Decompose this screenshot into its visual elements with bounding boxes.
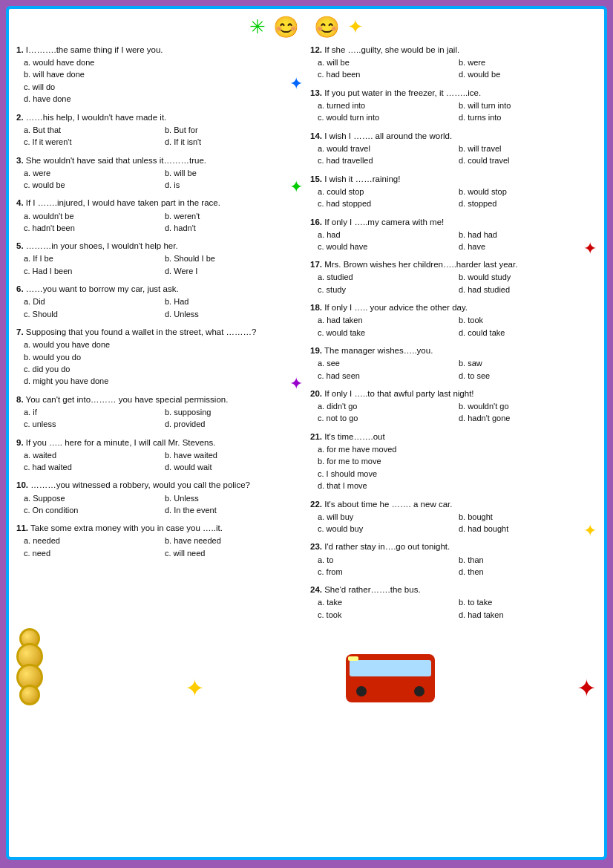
question-text: 16. If only I …..my camera with me!	[310, 216, 597, 228]
option-c: c. would be	[24, 180, 162, 191]
question-text-row: 9. If you ….. here for a minute, I will …	[16, 437, 303, 448]
question-text: 2. ……his help, I wouldn't have made it.	[16, 111, 303, 123]
option-d: d. provided	[165, 419, 303, 430]
question-text: 20. If only I …..to that awful party las…	[310, 388, 597, 399]
question-text-row: 14. I wish I ……. all around the world.	[310, 130, 597, 142]
option-c: c. will do	[24, 82, 303, 93]
question-text: 21. It's time…….out	[310, 431, 597, 443]
question-options: a. will buyb. boughtc. would buyd. had b…	[310, 512, 597, 535]
option-d: d. have	[459, 241, 597, 252]
question-text: 10. ………you witnessed a robbery, would yo…	[16, 479, 303, 491]
question-text-row: 18. If only I ….. your advice the other …	[310, 301, 597, 313]
option-b: b. would stop	[459, 186, 597, 198]
coins-image	[16, 631, 43, 702]
option-d: d. had taken	[459, 610, 597, 621]
question-3: 14. I wish I ……. all around the world.a.…	[310, 130, 597, 167]
header-row1: ✳ 😊 😊 ✦	[16, 15, 597, 39]
option-c: c. would have	[318, 241, 456, 252]
option-a: a. But that	[24, 125, 162, 136]
question-10: 21. It's time…….outa. for me have movedb…	[310, 431, 597, 492]
option-b: b. will be	[165, 168, 303, 179]
question-text: 17. Mrs. Brown wishes her children…..har…	[310, 258, 597, 270]
question-text-row: 4. If I …….injured, I would have taken p…	[16, 197, 303, 209]
question-options: a. could stopb. would stopc. had stopped…	[310, 186, 597, 210]
question-options: a. turned intob. will turn intoc. would …	[310, 100, 597, 124]
question-text: 1. I……….the same thing if I were you.	[16, 44, 303, 56]
question-10: 10. ………you witnessed a robbery, would yo…	[16, 479, 303, 516]
question-options: a. takeb. to takec. tookd. had taken	[310, 597, 597, 621]
left-column: 1. I……….the same thing if I were you.a. …	[16, 44, 303, 627]
question-options: a. would travelb. will travelc. had trav…	[310, 143, 597, 167]
question-options: a. for me have movedb. for me to movec. …	[310, 444, 597, 492]
question-text-row: 6. ……you want to borrow my car, just ask…	[16, 283, 303, 295]
question-text: 14. I wish I ……. all around the world.	[310, 130, 597, 142]
option-c: c. unless	[24, 419, 162, 430]
option-b: b. supposing	[165, 407, 303, 418]
bottom-images: ✦ ✦	[16, 631, 597, 702]
question-2: 13. If you put water in the freezer, it …	[310, 87, 597, 124]
option-a: a. didn't go	[318, 401, 456, 412]
question-text: 23. I'd rather stay in….go out tonight.	[310, 541, 597, 552]
option-c: c. would take	[318, 327, 456, 339]
option-b: b. have waited	[165, 450, 303, 461]
content-area: 1. I……….the same thing if I were you.a. …	[16, 44, 597, 627]
question-7: 7. Supposing that you found a wallet in …	[16, 326, 303, 388]
question-text: 12. If she …..guilty, she would be in ja…	[310, 44, 597, 56]
option-b: b. will have done	[24, 69, 303, 80]
option-b: b. Unless	[165, 493, 303, 504]
option-b: b. Should I be	[165, 253, 303, 264]
option-a: a. needed	[24, 535, 162, 546]
option-b: b. have needed	[165, 535, 303, 546]
option-d: d. would be	[459, 69, 597, 80]
smiley-left: 😊	[273, 15, 299, 39]
question-options: a. would have doneb. will have donec. wi…	[16, 57, 303, 105]
question-text: 18. If only I ….. your advice the other …	[310, 301, 597, 313]
page-container: ✳ 😊 😊 ✦ 1. I……….the same thing if I were…	[6, 6, 607, 860]
option-c: c. study	[318, 284, 456, 296]
option-d: d. hadn't	[165, 223, 303, 234]
question-8: 19. The manager wishes…..you.a. seeb. sa…	[310, 345, 597, 382]
option-c: c. would buy	[318, 523, 456, 535]
question-text-row: 10. ………you witnessed a robbery, would yo…	[16, 479, 303, 491]
question-13: 24. She'd rather…….the bus.a. takeb. to …	[310, 584, 597, 621]
option-b: b. would you do	[24, 352, 303, 363]
question-11: 11. Take some extra money with you in ca…	[16, 522, 303, 559]
question-6: 17. Mrs. Brown wishes her children…..har…	[310, 258, 597, 296]
question-text-row: 16. If only I …..my camera with me!	[310, 216, 597, 228]
question-text-row: 2. ……his help, I wouldn't have made it.	[16, 111, 303, 123]
option-a: a. would travel	[318, 143, 456, 154]
option-c: c. hadn't been	[24, 223, 162, 234]
option-c: c. did you do	[24, 364, 303, 375]
question-options: a. wereb. will bec. would bed. is	[16, 168, 303, 192]
option-c: c. had waited	[24, 462, 162, 473]
question-5: 16. If only I …..my camera with me!a. ha…	[310, 216, 597, 253]
option-b: b. than	[459, 555, 597, 566]
option-c: c. from	[318, 567, 456, 578]
option-a: a. see	[318, 358, 456, 369]
question-12: 23. I'd rather stay in….go out tonight.a…	[310, 541, 597, 578]
option-b: b. had had	[459, 229, 597, 241]
question-options: a. had takenb. tookc. would taked. could…	[310, 315, 597, 339]
question-text: 3. She wouldn't have said that unless it…	[16, 154, 303, 166]
question-11: 22. It's about time he ……. a new car.a. …	[310, 498, 597, 535]
option-c: c. had seen	[318, 371, 456, 382]
question-text: 7. Supposing that you found a wallet in …	[16, 326, 303, 338]
option-b: b. for me to move	[318, 456, 597, 467]
question-2: 2. ……his help, I wouldn't have made it.a…	[16, 111, 303, 149]
option-a: a. had	[318, 229, 456, 241]
question-options: a. seeb. sawc. had seend. to see	[310, 358, 597, 382]
option-d: d. is	[165, 180, 303, 191]
question-text-row: 22. It's about time he ……. a new car.	[310, 498, 597, 510]
question-text: 13. If you put water in the freezer, it …	[310, 87, 597, 99]
option-c: c. had travelled	[318, 155, 456, 166]
option-c: c. Should	[24, 309, 162, 320]
question-5: 5. ………in your shoes, I wouldn't help her…	[16, 240, 303, 277]
option-d: d. had studied	[459, 284, 597, 296]
coin-4	[19, 685, 40, 705]
question-text: 6. ……you want to borrow my car, just ask…	[16, 283, 303, 295]
option-d: d. had bought	[459, 523, 597, 535]
question-9: 9. If you ….. here for a minute, I will …	[16, 437, 303, 474]
question-options: a. studiedb. would studyc. studyd. had s…	[310, 272, 597, 296]
question-options: a. ifb. supposingc. unlessd. provided	[16, 407, 303, 431]
question-6: 6. ……you want to borrow my car, just ask…	[16, 283, 303, 320]
